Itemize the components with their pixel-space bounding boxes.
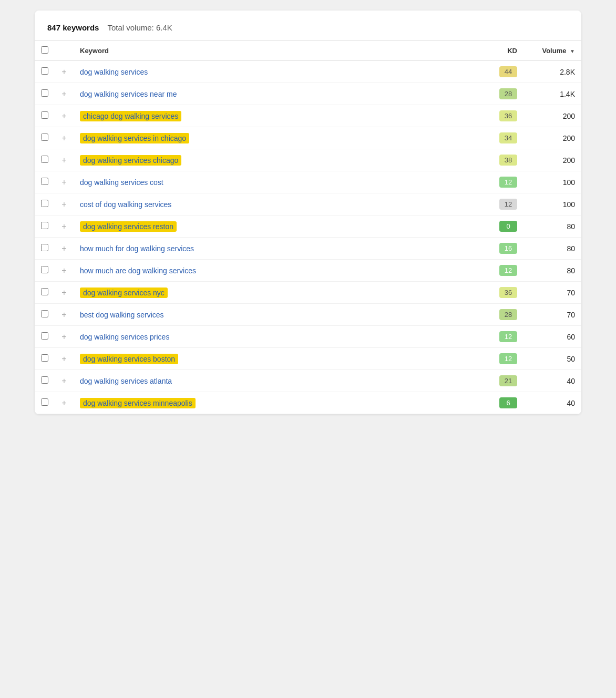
- keyword-text[interactable]: chicago dog walking services: [80, 111, 181, 121]
- row-checkbox[interactable]: [41, 398, 48, 406]
- keyword-text[interactable]: dog walking services near me: [80, 90, 177, 98]
- keyword-text[interactable]: dog walking services cost: [80, 178, 163, 187]
- row-checkbox[interactable]: [41, 156, 48, 163]
- keyword-cell[interactable]: dog walking services minneapolis: [74, 392, 481, 414]
- keyword-text[interactable]: dog walking services prices: [80, 333, 169, 341]
- row-checkbox-cell[interactable]: [35, 171, 55, 193]
- row-checkbox-cell[interactable]: [35, 83, 55, 105]
- plus-icon[interactable]: +: [61, 111, 66, 120]
- row-checkbox-cell[interactable]: [35, 105, 55, 127]
- add-keyword-cell[interactable]: +: [55, 193, 74, 215]
- row-checkbox-cell[interactable]: [35, 348, 55, 370]
- plus-icon[interactable]: +: [61, 134, 66, 142]
- volume-col-header[interactable]: Volume ▼: [523, 41, 581, 61]
- add-keyword-cell[interactable]: +: [55, 61, 74, 83]
- add-keyword-cell[interactable]: +: [55, 171, 74, 193]
- row-checkbox-cell[interactable]: [35, 193, 55, 215]
- keyword-cell[interactable]: dog walking services chicago: [74, 149, 481, 171]
- keyword-cell[interactable]: best dog walking services: [74, 304, 481, 326]
- plus-icon[interactable]: +: [61, 67, 66, 76]
- row-checkbox-cell[interactable]: [35, 238, 55, 260]
- keyword-text[interactable]: dog walking services minneapolis: [80, 398, 196, 408]
- plus-icon[interactable]: +: [61, 244, 66, 253]
- add-keyword-cell[interactable]: +: [55, 105, 74, 127]
- row-checkbox-cell[interactable]: [35, 61, 55, 83]
- keyword-cell[interactable]: how much for dog walking services: [74, 238, 481, 260]
- plus-icon[interactable]: +: [61, 156, 66, 165]
- row-checkbox[interactable]: [41, 354, 48, 362]
- keyword-cell[interactable]: dog walking services cost: [74, 171, 481, 193]
- keyword-cell[interactable]: dog walking services nyc: [74, 282, 481, 304]
- add-keyword-cell[interactable]: +: [55, 348, 74, 370]
- plus-icon[interactable]: +: [61, 398, 66, 407]
- add-keyword-cell[interactable]: +: [55, 326, 74, 348]
- row-checkbox-cell[interactable]: [35, 215, 55, 238]
- keyword-text[interactable]: how much for dog walking services: [80, 244, 194, 253]
- keyword-text[interactable]: how much are dog walking services: [80, 266, 196, 275]
- row-checkbox[interactable]: [41, 67, 48, 75]
- add-keyword-cell[interactable]: +: [55, 304, 74, 326]
- row-checkbox[interactable]: [41, 222, 48, 229]
- row-checkbox[interactable]: [41, 244, 48, 251]
- add-keyword-cell[interactable]: +: [55, 83, 74, 105]
- add-keyword-cell[interactable]: +: [55, 127, 74, 149]
- row-checkbox[interactable]: [41, 266, 48, 273]
- row-checkbox-cell[interactable]: [35, 149, 55, 171]
- kd-col-header[interactable]: KD: [481, 41, 523, 61]
- plus-icon[interactable]: +: [61, 354, 66, 363]
- keyword-cell[interactable]: cost of dog walking services: [74, 193, 481, 215]
- row-checkbox-cell[interactable]: [35, 326, 55, 348]
- keyword-cell[interactable]: dog walking services reston: [74, 215, 481, 238]
- row-checkbox[interactable]: [41, 332, 48, 340]
- add-keyword-cell[interactable]: +: [55, 149, 74, 171]
- keyword-text[interactable]: dog walking services atlanta: [80, 377, 172, 385]
- row-checkbox-cell[interactable]: [35, 282, 55, 304]
- keyword-cell[interactable]: dog walking services near me: [74, 83, 481, 105]
- keyword-text[interactable]: cost of dog walking services: [80, 200, 171, 209]
- keyword-cell[interactable]: dog walking services prices: [74, 326, 481, 348]
- add-keyword-cell[interactable]: +: [55, 282, 74, 304]
- row-checkbox-cell[interactable]: [35, 127, 55, 149]
- keyword-cell[interactable]: dog walking services atlanta: [74, 370, 481, 392]
- row-checkbox[interactable]: [41, 376, 48, 384]
- plus-icon[interactable]: +: [61, 89, 66, 98]
- keyword-cell[interactable]: dog walking services boston: [74, 348, 481, 370]
- select-all-header[interactable]: [35, 41, 55, 61]
- row-checkbox-cell[interactable]: [35, 392, 55, 414]
- add-keyword-cell[interactable]: +: [55, 260, 74, 282]
- keyword-text[interactable]: dog walking services: [80, 68, 148, 76]
- plus-icon[interactable]: +: [61, 332, 66, 341]
- row-checkbox[interactable]: [41, 134, 48, 141]
- row-checkbox[interactable]: [41, 89, 48, 97]
- row-checkbox[interactable]: [41, 310, 48, 317]
- keyword-cell[interactable]: chicago dog walking services: [74, 105, 481, 127]
- keyword-cell[interactable]: how much are dog walking services: [74, 260, 481, 282]
- plus-icon[interactable]: +: [61, 288, 66, 297]
- row-checkbox[interactable]: [41, 288, 48, 295]
- plus-icon[interactable]: +: [61, 310, 66, 319]
- keyword-cell[interactable]: dog walking services in chicago: [74, 127, 481, 149]
- row-checkbox-cell[interactable]: [35, 370, 55, 392]
- row-checkbox-cell[interactable]: [35, 304, 55, 326]
- plus-icon[interactable]: +: [61, 200, 66, 209]
- add-keyword-cell[interactable]: +: [55, 215, 74, 238]
- keyword-text[interactable]: dog walking services boston: [80, 354, 178, 364]
- plus-icon[interactable]: +: [61, 222, 66, 231]
- add-keyword-cell[interactable]: +: [55, 370, 74, 392]
- keyword-text[interactable]: dog walking services chicago: [80, 155, 181, 166]
- keyword-text[interactable]: dog walking services in chicago: [80, 133, 189, 143]
- keyword-text[interactable]: best dog walking services: [80, 311, 164, 319]
- add-keyword-cell[interactable]: +: [55, 238, 74, 260]
- row-checkbox-cell[interactable]: [35, 260, 55, 282]
- keyword-cell[interactable]: dog walking services: [74, 61, 481, 83]
- plus-icon[interactable]: +: [61, 376, 66, 385]
- plus-icon[interactable]: +: [61, 266, 66, 275]
- row-checkbox[interactable]: [41, 111, 48, 119]
- row-checkbox[interactable]: [41, 178, 48, 185]
- select-all-checkbox[interactable]: [41, 46, 48, 54]
- plus-icon[interactable]: +: [61, 178, 66, 187]
- keyword-text[interactable]: dog walking services reston: [80, 221, 177, 232]
- row-checkbox[interactable]: [41, 200, 48, 207]
- add-keyword-cell[interactable]: +: [55, 392, 74, 414]
- keyword-text[interactable]: dog walking services nyc: [80, 288, 168, 298]
